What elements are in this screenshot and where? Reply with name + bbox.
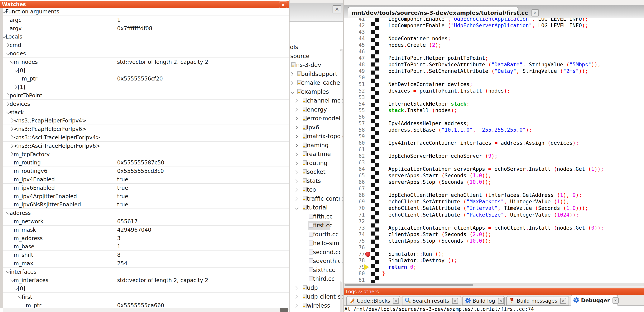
tree-item-traffic-contro[interactable]: traffic-contro [290,194,343,203]
chevron-right-icon[interactable] [294,144,298,147]
code-line[interactable]: clientApps.Start (Seconds (2.0)); [382,231,491,238]
tree-item-matrix-topolo[interactable]: matrix-topolo [290,132,343,141]
chevron-right-icon[interactable] [294,188,298,192]
watch-row[interactable]: m_routing0x555555587c50 [3,158,289,167]
line-number[interactable]: 81 [344,277,365,283]
watch-row[interactable]: m_tcpFactory [3,150,289,158]
watch-row[interactable]: m_interfacesstd::vector of length 2, cap… [3,276,289,284]
line-number[interactable]: 55 [344,107,365,114]
code-line[interactable]: Ipv4InterfaceContainer interfaces = addr… [382,140,579,147]
line-number[interactable]: 73 [344,225,365,231]
chevron-right-icon[interactable] [290,72,294,76]
close-icon[interactable]: ✕ [279,1,287,8]
watch-row[interactable]: m_ipv6Enabledtrue [3,184,289,192]
watch-row[interactable]: m_routingv60x5555555cd3c0 [3,167,289,175]
chevron-down-icon[interactable] [290,90,294,94]
code-line[interactable]: UdpEchoClientHelper echoClient (interfac… [382,192,582,198]
watch-row[interactable]: devices [3,100,289,108]
tree-item-routing[interactable]: routing [290,159,343,168]
tree-item-seventh-cc[interactable]: seventh.cc [290,257,343,266]
line-number[interactable]: 48 [344,61,365,68]
line-number[interactable]: 58 [344,127,365,133]
chevron-right-icon[interactable] [294,170,298,174]
line-number[interactable]: 63 [344,159,365,166]
chevron-right-icon[interactable] [10,135,14,139]
watch-row[interactable]: [0] [3,66,289,75]
logs-tab-search-results[interactable]: Search results✕ [402,296,461,306]
chevron-right-icon[interactable] [10,127,14,131]
code-line[interactable]: serverApps.Stop (Seconds (10.0)); [382,179,491,185]
tree-item-first-cc[interactable]: first.cc [290,221,343,230]
tree-item-udp-client-ser[interactable]: udp-client-ser [290,293,343,301]
tree-item-tutorial[interactable]: tutorial [290,203,343,212]
tree-item-cmake-cache[interactable]: cmake_cache [290,79,343,87]
watch-row[interactable]: m_shift8 [3,251,289,259]
code-line[interactable]: NodeContainer nodes; [382,35,451,42]
chevron-right-icon[interactable] [294,197,298,201]
line-number[interactable]: 77 [344,251,365,257]
tree-item-fifth-cc[interactable]: fifth.cc [290,212,343,221]
code-line[interactable]: clientApps.Stop (Seconds (10.0)); [382,238,491,244]
tree-item-buildsupport[interactable]: buildsupport [290,70,343,79]
tree-item-stats[interactable]: stats [290,177,343,185]
close-icon[interactable]: ✕ [532,9,539,16]
watch-row[interactable]: [0] [3,284,289,293]
line-number[interactable]: 80 [344,270,365,277]
watch-row[interactable]: stack [3,108,289,117]
code-line[interactable]: NetDeviceContainer devices; [382,81,472,88]
editor-horizontal-scrollbar[interactable] [344,283,644,287]
scrollbar-thumb[interactable] [280,308,288,312]
tree-item-sixth-cc[interactable]: sixth.cc [290,266,343,275]
line-number[interactable]: 52 [344,88,365,94]
watch-row[interactable]: m_ipv4ArpJitterEnabledtrue [3,192,289,200]
line-number[interactable]: 65 [344,172,365,179]
tree-item-third-cc[interactable]: third.cc [290,275,343,284]
tree-item-ipv6[interactable]: ipv6 [290,123,343,132]
tree-item-fourth-cc[interactable]: fourth.cc [290,230,343,239]
line-number[interactable]: 72 [344,218,365,225]
line-number[interactable]: 42 [344,22,365,29]
watch-row[interactable]: <ns3::AsciiTraceHelperForIpv6> [3,142,289,150]
scrollbar-thumb[interactable] [345,284,473,286]
chevron-right-icon[interactable] [290,81,294,85]
chevron-down-icon[interactable] [295,206,298,209]
watch-row[interactable]: argc1 [3,16,289,24]
line-number[interactable]: 70 [344,205,365,212]
line-number[interactable]: 49 [344,68,365,75]
watch-row[interactable]: m_base1 [3,242,289,251]
line-number[interactable]: 78 [344,257,365,264]
watch-row[interactable]: m_ptr0x55555556cf20 [3,74,289,83]
tree-item-energy[interactable]: energy [290,105,343,114]
watch-row[interactable]: <ns3::PcapHelperForIpv4> [3,116,289,125]
tree-item-channel-mod[interactable]: channel-mod [290,96,343,105]
watch-row[interactable]: interfaces [3,268,289,276]
watch-row[interactable]: nodes [3,49,289,58]
line-number[interactable]: 43 [344,29,365,35]
tree-item-socket[interactable]: socket [290,168,343,176]
close-icon[interactable]: ✕ [393,298,399,304]
chevron-right-icon[interactable] [6,102,10,106]
code-line[interactable]: stack.Install (nodes); [382,107,457,114]
watch-row[interactable]: m_ipv4Enabledtrue [3,175,289,184]
tree-item-source[interactable]: source [290,52,343,61]
logs-tab-build-messages[interactable]: Build messages✕ [506,296,569,306]
chevron-right-icon[interactable] [294,286,298,290]
watch-row[interactable]: first [3,293,289,301]
line-number[interactable]: 50 [344,75,365,81]
line-number[interactable]: 67 [344,185,365,192]
code-line[interactable]: ApplicationContainer clientApps = echoCl… [382,225,604,231]
code-line[interactable]: address.SetBase ("10.1.1.0", "255.255.25… [382,127,532,133]
line-number[interactable]: 64 [344,166,365,172]
code-line[interactable]: PointToPointHelper pointToPoint; [382,55,488,61]
line-number[interactable]: 46 [344,48,365,55]
tree-item-ols[interactable]: ols [290,43,343,52]
logs-tab-debugger[interactable]: Debugger✕ [571,295,618,306]
line-number[interactable]: 76 [344,244,365,251]
chevron-right-icon[interactable] [10,119,14,123]
code-line[interactable]: UdpEchoServerHelper echoServer (9); [382,153,498,159]
close-icon[interactable]: ✕ [612,298,619,304]
code-line[interactable]: Simulator::Destroy (); [382,257,457,264]
code-line[interactable]: Ipv4AddressHelper address; [382,120,470,127]
line-number[interactable]: 56 [344,114,365,120]
line-number[interactable]: 74 [344,231,365,238]
